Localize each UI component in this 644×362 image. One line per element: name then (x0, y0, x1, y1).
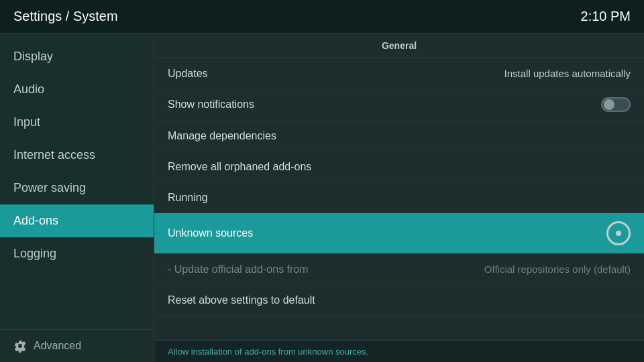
setting-value-update-official: Official repositories only (default) (484, 263, 631, 275)
sidebar-label-logging: Logging (13, 247, 56, 261)
setting-row-running[interactable]: Running (154, 182, 644, 213)
setting-row-show-notifications[interactable]: Show notifications (154, 89, 644, 121)
content-area: General Updates Install updates automati… (154, 34, 644, 362)
setting-row-unknown-sources[interactable]: Unknown sources (154, 213, 644, 254)
setting-value-updates: Install updates automatically (504, 68, 631, 79)
main-layout: Display Audio Input Internet access Powe… (0, 34, 644, 362)
setting-label-updates: Updates (168, 68, 208, 80)
setting-row-manage-dependencies[interactable]: Manage dependencies (154, 121, 644, 152)
sidebar-item-internet-access[interactable]: Internet access (0, 139, 154, 172)
page-title: Settings / System (13, 9, 118, 24)
sidebar-label-display: Display (13, 50, 53, 64)
setting-label-reset-settings: Reset above settings to default (168, 294, 315, 306)
app-header: Settings / System 2:10 PM (0, 0, 644, 34)
sidebar-label-audio: Audio (13, 82, 44, 97)
sidebar: Display Audio Input Internet access Powe… (0, 34, 154, 362)
sidebar-item-add-ons[interactable]: Add-ons (0, 204, 154, 237)
sidebar-item-logging[interactable]: Logging (0, 237, 154, 270)
setting-label-running: Running (168, 192, 208, 204)
setting-row-update-official[interactable]: - Update official add-ons from Official … (154, 254, 644, 285)
gear-icon (13, 339, 27, 353)
sidebar-label-internet-access: Internet access (13, 148, 95, 162)
sidebar-spacer (0, 270, 154, 329)
toggle-circle-unknown-sources[interactable] (606, 221, 631, 245)
toggle-knob (604, 99, 614, 110)
setting-row-remove-orphaned[interactable]: Remove all orphaned add-ons (154, 152, 644, 182)
section-header: General (154, 34, 644, 58)
setting-label-unknown-sources: Unknown sources (168, 227, 253, 239)
footer-hint-text: Allow installation of add-ons from unkno… (168, 347, 368, 357)
sidebar-item-audio[interactable]: Audio (0, 73, 154, 106)
sidebar-label-add-ons: Add-ons (13, 214, 58, 228)
toggle-show-notifications[interactable] (601, 97, 631, 112)
setting-row-updates[interactable]: Updates Install updates automatically (154, 58, 644, 89)
setting-label-show-notifications: Show notifications (168, 99, 254, 111)
sidebar-item-input[interactable]: Input (0, 106, 154, 139)
sidebar-label-power-saving: Power saving (13, 181, 86, 195)
setting-label-update-official: - Update official add-ons from (168, 263, 309, 276)
sidebar-label-input: Input (13, 115, 40, 129)
sidebar-item-advanced[interactable]: Advanced (0, 329, 154, 362)
setting-label-remove-orphaned: Remove all orphaned add-ons (168, 161, 311, 173)
footer-hint: Allow installation of add-ons from unkno… (154, 341, 644, 362)
setting-row-reset-settings[interactable]: Reset above settings to default (154, 285, 644, 316)
sidebar-item-power-saving[interactable]: Power saving (0, 172, 154, 204)
clock: 2:10 PM (581, 9, 631, 24)
setting-label-manage-dependencies: Manage dependencies (168, 130, 276, 142)
advanced-label: Advanced (34, 340, 81, 352)
sidebar-item-display[interactable]: Display (0, 40, 154, 73)
